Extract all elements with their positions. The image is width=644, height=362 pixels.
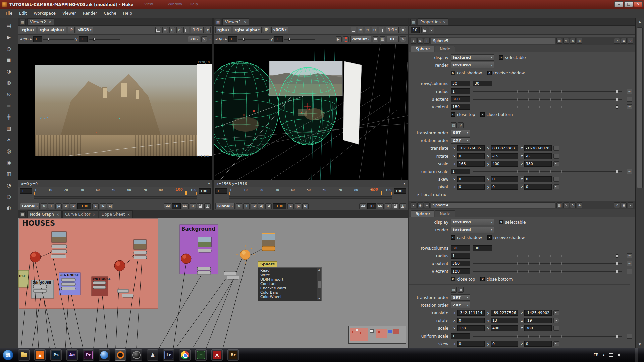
inc-increment-icon[interactable]: ▶▶ <box>377 203 384 209</box>
color-tool-icon[interactable]: ◑ <box>2 66 16 77</box>
chevron-down-icon[interactable]: ▾ <box>205 27 211 33</box>
help-icon[interactable]: ? <box>614 38 620 44</box>
transform-tool-icon[interactable]: ╋ <box>2 111 16 123</box>
close-panel-icon[interactable]: × <box>628 202 633 208</box>
display-select[interactable]: textured▾ <box>451 54 494 61</box>
rotate-y-field[interactable]: 13 <box>491 318 518 323</box>
light-node[interactable] <box>236 245 255 264</box>
close-tab-icon[interactable]: × <box>443 20 446 24</box>
animation-menu-icon[interactable]: ~ <box>627 169 632 174</box>
prev-keyframe-icon[interactable]: ◀| <box>63 203 69 209</box>
close-button[interactable]: × <box>634 1 643 7</box>
gain-field[interactable]: 1 <box>33 36 42 42</box>
close-bottom-checkbox[interactable]: x <box>480 112 485 117</box>
viewer1-timeline[interactable]: 1 1102030405060708090100 100 100 <box>214 187 408 202</box>
volume-icon[interactable] <box>618 353 622 357</box>
uniform-scale-field[interactable]: 1 <box>451 333 470 339</box>
nuke-taskbar-icon[interactable] <box>115 349 126 361</box>
image-tool-icon[interactable]: ▤ <box>2 20 16 32</box>
metadata-tool-icon[interactable]: ▥ <box>2 168 16 180</box>
close-tab-icon[interactable]: × <box>56 213 59 216</box>
vlc-icon[interactable]: ▲ <box>34 349 46 361</box>
frame-range-select[interactable]: Global▾ <box>215 203 235 209</box>
transform-order-select[interactable]: SRT▾ <box>451 294 470 301</box>
tab-viewer2[interactable]: Viewer2× <box>27 18 54 25</box>
zoom-select[interactable]: 1:1▾ <box>386 27 399 33</box>
goto-start-icon[interactable]: |◀ <box>251 203 257 209</box>
tab-node[interactable]: Node <box>435 46 455 52</box>
goto-start-icon[interactable]: |◀ <box>55 203 62 209</box>
skew-y-field[interactable]: 0 <box>491 176 518 182</box>
menu-cache[interactable]: Cache <box>101 10 119 17</box>
uniform-scale-field[interactable]: 1 <box>451 169 470 174</box>
receive-shadow-checkbox[interactable]: x <box>487 235 492 240</box>
expand-triangle-icon[interactable]: ▸ <box>418 193 419 196</box>
menu-workspace[interactable]: Workspace <box>31 10 59 17</box>
loop-icon[interactable]: ↺ <box>176 27 182 33</box>
v-extent-field[interactable]: 180 <box>451 104 470 110</box>
lock-panels-icon[interactable] <box>421 27 427 33</box>
close-tab-icon[interactable]: × <box>244 20 246 24</box>
rotate-x-field[interactable]: 0 <box>457 153 485 159</box>
step-forward-icon[interactable]: ▶ <box>92 203 99 209</box>
maximize-button[interactable]: □ <box>624 1 633 7</box>
node-io-icon[interactable]: + <box>424 202 430 208</box>
node-io-icon[interactable]: + <box>424 38 430 44</box>
acrobat-icon[interactable]: A <box>211 349 223 361</box>
photoshop-icon[interactable]: Ps <box>50 349 62 361</box>
scroll-thumb[interactable] <box>637 27 643 188</box>
chrome-icon[interactable] <box>179 349 191 361</box>
camera-icon[interactable] <box>373 36 378 42</box>
channels-icon[interactable]: ▦ <box>556 202 562 208</box>
panel-menu-icon[interactable]: ▦ <box>20 211 26 217</box>
current-frame-field[interactable]: 100 <box>273 203 286 209</box>
dec-increment-icon[interactable]: ◀◀ <box>359 203 366 209</box>
animation-menu-icon[interactable]: ~ <box>553 326 559 331</box>
frame-lock-icon[interactable]: ▶| <box>336 36 342 42</box>
menu-item[interactable]: Constant <box>260 282 317 286</box>
show-desktop-button[interactable] <box>635 348 638 362</box>
rotate-x-field[interactable]: 0 <box>457 318 485 323</box>
ocio-tool-icon[interactable]: ◐ <box>2 202 16 214</box>
tab-node[interactable]: Node <box>435 210 455 217</box>
input-process-button[interactable]: IP <box>263 27 270 33</box>
gain-slider[interactable] <box>43 37 74 41</box>
close-top-checkbox[interactable]: x <box>451 112 455 117</box>
skew-z-field[interactable]: 0 <box>524 176 552 182</box>
render-tool-icon[interactable]: ◔ <box>2 180 16 191</box>
range-start-field[interactable]: 1 <box>20 188 32 194</box>
network-icon[interactable] <box>626 353 629 357</box>
range-end-field[interactable]: 100 <box>394 188 406 194</box>
view-mode-select[interactable]: 3D▾ <box>387 36 399 42</box>
transform-order-select[interactable]: SRT▾ <box>451 130 470 136</box>
menu-item[interactable]: ColorWheel <box>260 295 317 299</box>
menu-item[interactable]: CheckerBoard <box>260 286 317 290</box>
animation-menu-icon[interactable]: ~ <box>627 269 632 274</box>
animation-menu-icon[interactable]: ~ <box>553 177 559 182</box>
sync-icon[interactable]: ↻ <box>169 27 175 33</box>
radius-slider[interactable] <box>473 89 622 94</box>
title-bar[interactable]: TUTORIAL-CAMERA-MAPPING-V03.nk [modified… <box>0 0 644 9</box>
tab-node-graph[interactable]: Node Graph× <box>27 210 62 218</box>
out-point-button[interactable]: O <box>190 203 196 209</box>
skew-x-field[interactable]: 0 <box>457 341 485 347</box>
out-point-button[interactable]: O <box>385 203 391 209</box>
close-top-checkbox[interactable]: x <box>451 277 455 281</box>
3d-tool-icon[interactable]: ▧ <box>2 123 16 134</box>
close-tab-icon[interactable]: × <box>93 213 95 216</box>
close-tab-icon[interactable]: × <box>127 213 130 216</box>
frame-increment-field[interactable]: 10 <box>367 203 376 209</box>
collapse-panel-icon[interactable]: ▾ <box>411 38 416 44</box>
explorer-icon[interactable] <box>18 349 30 361</box>
gain-slider[interactable] <box>238 37 269 41</box>
monitor-out-icon[interactable] <box>155 27 161 33</box>
render-select[interactable]: textured▾ <box>451 62 494 68</box>
display-select[interactable]: textured▾ <box>451 219 494 225</box>
channel-tool-icon[interactable]: ≣ <box>2 54 16 66</box>
lightroom-icon[interactable]: Lr <box>163 349 174 361</box>
tab-viewer1[interactable]: Viewer1× <box>222 18 249 25</box>
u-extent-slider[interactable] <box>473 97 622 102</box>
in-point-button[interactable]: I <box>48 203 54 209</box>
file-browse-icon[interactable]: ▤ <box>451 122 457 128</box>
pivot-y-field[interactable]: 0 <box>491 184 518 190</box>
